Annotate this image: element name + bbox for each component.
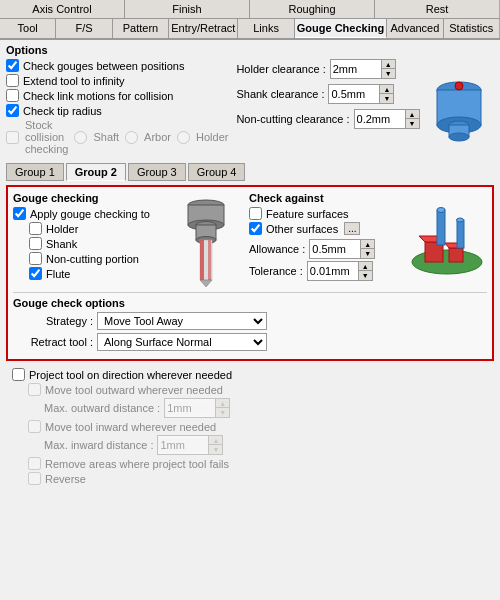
tolerance-input[interactable] [308,264,358,278]
shank-clearance-input[interactable] [329,87,379,101]
tolerance-down[interactable]: ▼ [359,271,372,280]
retract-tool-label: Retract tool : [13,336,93,348]
project-tool-label: Project tool on direction wherever neede… [29,369,232,381]
arbor-radio [125,131,138,144]
move-outward-label: Move tool outward wherever needed [45,384,223,396]
tab-links[interactable]: Links [238,19,294,38]
group-tab-2[interactable]: Group 2 [66,163,126,181]
group-tab-1[interactable]: Group 1 [6,163,64,181]
allowance-field[interactable]: ▲ ▼ [309,239,375,259]
feature-surfaces-checkbox[interactable] [249,207,262,220]
max-inward-up: ▲ [209,436,222,445]
other-surfaces-dots-button[interactable]: ... [344,222,360,235]
svg-rect-22 [437,210,445,245]
max-outward-down: ▼ [216,408,229,417]
non-cutting-clearance-field[interactable]: ▲ ▼ [354,109,420,129]
holder-clearance-spinner[interactable]: ▲ ▼ [381,60,395,78]
allowance-spinner[interactable]: ▲ ▼ [360,240,374,258]
other-surfaces-checkbox[interactable] [249,222,262,235]
non-cutting-gouge-checkbox[interactable] [29,252,42,265]
check-link-motions-label: Check link motions for collision [23,90,173,102]
strategy-label: Strategy : [13,315,93,327]
tab-rest[interactable]: Rest [375,0,500,18]
tab-finish[interactable]: Finish [125,0,250,18]
tab-tool[interactable]: Tool [0,19,56,38]
non-cutting-clearance-down[interactable]: ▼ [406,119,419,128]
arbor-label: Arbor [144,131,171,143]
retract-tool-select[interactable]: Along Surface Normal Axially Radially [97,333,267,351]
tolerance-up[interactable]: ▲ [359,262,372,271]
shank-gouge-label: Shank [46,238,77,250]
holder-clearance-field[interactable]: ▲ ▼ [330,59,396,79]
lower-section: Project tool on direction wherever neede… [6,366,494,489]
stock-collision-checkbox [6,131,19,144]
shank-clearance-up[interactable]: ▲ [380,85,393,94]
other-surfaces-label: Other surfaces [266,223,338,235]
gouge-left-panel: Gouge checking Apply gouge checking to H… [13,192,163,287]
svg-rect-20 [449,248,463,262]
non-cutting-clearance-spinner[interactable]: ▲ ▼ [405,110,419,128]
holder-clearance-input[interactable] [331,62,381,76]
group-tab-4[interactable]: Group 4 [188,163,246,181]
shank-gouge-checkbox[interactable] [29,237,42,250]
svg-point-17 [412,250,482,274]
non-cutting-clearance-label: Non-cutting clearance : [236,113,349,125]
holder-label: Holder [196,131,228,143]
strategy-select[interactable]: Move Tool Away Retract Skip [97,312,267,330]
group-tab-3[interactable]: Group 3 [128,163,186,181]
reverse-checkbox [28,472,41,485]
tab-advanced[interactable]: Advanced [387,19,443,38]
move-outward-checkbox [28,383,41,396]
max-inward-field: ▲ ▼ [157,435,223,455]
extend-tool-label: Extend tool to infinity [23,75,125,87]
feature-surfaces-label: Feature surfaces [266,208,349,220]
non-cutting-clearance-up[interactable]: ▲ [406,110,419,119]
tolerance-label: Tolerance : [249,265,303,277]
allowance-input[interactable] [310,242,360,256]
extend-tool-checkbox[interactable] [6,74,19,87]
allowance-down[interactable]: ▼ [361,249,374,258]
max-inward-spinner: ▲ ▼ [208,436,222,454]
max-inward-down: ▼ [209,445,222,454]
allowance-up[interactable]: ▲ [361,240,374,249]
shaft-label: Shaft [93,131,119,143]
allowance-label: Allowance : [249,243,305,255]
check-against-title: Check against [249,192,399,204]
gouge-right-panel: Check against Feature surfaces Other sur… [249,192,399,287]
check-gouges-checkbox[interactable] [6,59,19,72]
tolerance-spinner[interactable]: ▲ ▼ [358,262,372,280]
tab-roughing[interactable]: Roughing [250,0,375,18]
tab-gouge-checking[interactable]: Gouge Checking [295,19,387,38]
non-cutting-clearance-input[interactable] [355,112,405,126]
check-tip-radius-checkbox[interactable] [6,104,19,117]
flute-gouge-label: Flute [46,268,70,280]
svg-point-6 [455,82,463,90]
tab-statistics[interactable]: Statistics [444,19,500,38]
group-tab-row: Group 1 Group 2 Group 3 Group 4 [0,159,500,181]
holder-clearance-down[interactable]: ▼ [382,69,395,78]
svg-rect-14 [200,240,204,280]
tab-pattern[interactable]: Pattern [113,19,169,38]
non-cutting-gouge-label: Non-cutting portion [46,253,139,265]
shank-clearance-field[interactable]: ▲ ▼ [328,84,394,104]
holder-clearance-up[interactable]: ▲ [382,60,395,69]
check-gouges-label: Check gouges between positions [23,60,184,72]
max-outward-label: Max. outward distance : [44,402,160,414]
shank-clearance-down[interactable]: ▼ [380,94,393,103]
tab-entry-retract[interactable]: Entry/Retract [169,19,238,38]
tolerance-field[interactable]: ▲ ▼ [307,261,373,281]
shank-clearance-spinner[interactable]: ▲ ▼ [379,85,393,103]
max-outward-input [165,401,215,415]
tab-axis-control[interactable]: Axis Control [0,0,125,18]
flute-gouge-checkbox[interactable] [29,267,42,280]
apply-gouge-checkbox[interactable] [13,207,26,220]
move-inward-checkbox [28,420,41,433]
project-tool-checkbox[interactable] [12,368,25,381]
gouge-check-options-title: Gouge check options [13,297,487,309]
holder-gouge-label: Holder [46,223,78,235]
holder-gouge-checkbox[interactable] [29,222,42,235]
gouge-check-options: Gouge check options Strategy : Move Tool… [13,292,487,351]
tab-fs[interactable]: F/S [56,19,112,38]
check-link-motions-checkbox[interactable] [6,89,19,102]
max-outward-up: ▲ [216,399,229,408]
